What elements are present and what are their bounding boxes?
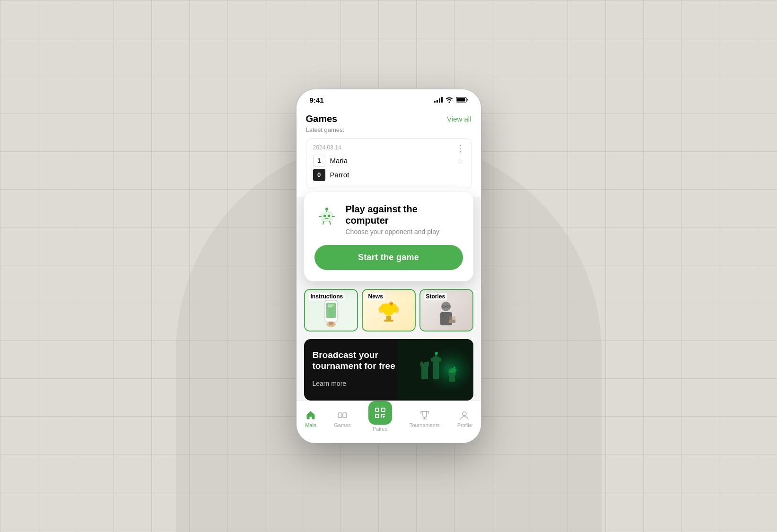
games-title: Games (306, 113, 338, 124)
stories-content: Stories (420, 290, 472, 331)
svg-point-47 (454, 366, 455, 368)
play-computer-card: Play against the computer Choose your op… (304, 192, 473, 281)
svg-rect-3 (323, 215, 326, 217)
broadcast-banner[interactable]: Broadcast your tournament for free Learn… (304, 339, 473, 401)
svg-rect-45 (427, 362, 429, 365)
phone-wrapper: 9:41 Games (297, 89, 481, 443)
player1-name: Maria (330, 157, 456, 165)
instructions-label: Instructions (309, 293, 345, 300)
chess-art-icon (398, 339, 473, 401)
bar1 (434, 101, 436, 103)
score-player2: 0 (313, 169, 325, 181)
svg-rect-2 (321, 212, 332, 221)
status-icons (434, 97, 468, 103)
dots-menu-icon[interactable]: ⋮ (456, 144, 464, 153)
game-card[interactable]: 2024.08.14 1 Maria 0 Parrot ⋮ ☆ (306, 138, 471, 189)
svg-point-64 (463, 412, 466, 416)
bottom-nav: Main Games (297, 401, 481, 443)
svg-rect-51 (375, 408, 379, 411)
bar4 (441, 97, 443, 103)
instructions-content: Instructions (305, 290, 357, 331)
games-section: Games View all Latest games: 2024.08.14 … (297, 108, 481, 197)
svg-rect-17 (329, 322, 333, 325)
svg-rect-41 (421, 365, 428, 379)
play-card-title: Play against the computer (346, 203, 463, 226)
svg-rect-18 (386, 316, 391, 320)
view-all-link[interactable]: View all (447, 115, 471, 123)
svg-rect-48 (338, 413, 342, 418)
category-card-stories[interactable]: Stories (419, 289, 473, 331)
svg-rect-44 (424, 362, 427, 365)
svg-rect-52 (382, 408, 385, 411)
svg-point-46 (435, 352, 438, 355)
player2-name: Parrot (330, 171, 456, 179)
svg-point-7 (325, 208, 328, 210)
scan-icon (374, 407, 386, 419)
svg-rect-35 (433, 360, 439, 379)
stories-label: Stories (424, 293, 447, 300)
svg-rect-40 (449, 376, 455, 382)
signal-bars-icon (434, 97, 443, 103)
category-card-instructions[interactable]: Instructions (304, 289, 358, 331)
main-content: Instructions (297, 281, 481, 401)
nav-item-main[interactable]: Main (305, 410, 316, 428)
latest-games-label: Latest games: (306, 126, 471, 133)
star-icon[interactable]: ☆ (457, 157, 463, 166)
svg-rect-32 (452, 320, 455, 323)
svg-rect-19 (384, 320, 393, 322)
card-text: Play against the computer Choose your op… (346, 203, 463, 235)
svg-rect-1 (456, 98, 465, 102)
nav-item-profile[interactable]: Profile (457, 410, 472, 428)
svg-rect-43 (420, 362, 423, 365)
game-card-actions: ⋮ ☆ (456, 144, 464, 166)
svg-rect-4 (328, 215, 330, 217)
category-card-news[interactable]: News (362, 289, 416, 331)
card-header-row: Play against the computer Choose your op… (314, 203, 463, 235)
home-icon (305, 410, 316, 421)
start-game-button[interactable]: Start the game (314, 245, 463, 270)
nav-label-games: Games (334, 422, 350, 428)
news-label: News (367, 293, 385, 300)
nav-item-tournaments[interactable]: Tournaments (410, 410, 440, 428)
play-card-subtitle: Choose your opponent and play (346, 228, 463, 235)
nav-item-games[interactable]: Games (334, 410, 350, 428)
nav-label-profile: Profile (457, 422, 472, 428)
news-content: News (363, 290, 415, 331)
svg-rect-53 (375, 414, 379, 418)
robot-icon (314, 203, 339, 228)
svg-rect-15 (328, 306, 332, 307)
trophy-icon (377, 300, 401, 328)
svg-rect-38 (433, 357, 439, 358)
score-player1: 1 (313, 155, 325, 167)
status-time: 9:41 (310, 96, 324, 104)
category-row: Instructions (304, 289, 473, 331)
nav-item-paired[interactable]: Paired (368, 406, 392, 432)
game-date: 2024.08.14 (313, 144, 456, 151)
svg-rect-26 (442, 313, 444, 317)
svg-rect-49 (343, 413, 347, 418)
games-icon (337, 410, 348, 421)
game-row-player2: 0 Parrot (313, 169, 456, 181)
nav-label-main: Main (305, 422, 316, 428)
profile-icon (459, 410, 470, 421)
tournaments-icon (419, 410, 430, 421)
broadcast-title: Broadcast your tournament for free (313, 349, 396, 372)
nav-label-tournaments: Tournaments (410, 422, 440, 428)
paired-center-button[interactable] (368, 401, 392, 425)
wifi-icon (445, 97, 453, 103)
games-header: Games View all (306, 113, 471, 124)
bar3 (439, 98, 440, 103)
phone-frame: 9:41 Games (297, 89, 481, 443)
game-row-player1: 1 Maria (313, 155, 456, 167)
svg-rect-14 (328, 305, 334, 305)
nav-label-paired: Paired (373, 426, 388, 432)
person-icon (436, 300, 457, 328)
battery-icon (456, 97, 468, 103)
svg-rect-31 (449, 316, 452, 320)
bar2 (437, 100, 438, 103)
phone-hand-icon (321, 298, 341, 329)
status-bar: 9:41 (297, 89, 481, 108)
learn-more-link[interactable]: Learn more (313, 380, 347, 387)
